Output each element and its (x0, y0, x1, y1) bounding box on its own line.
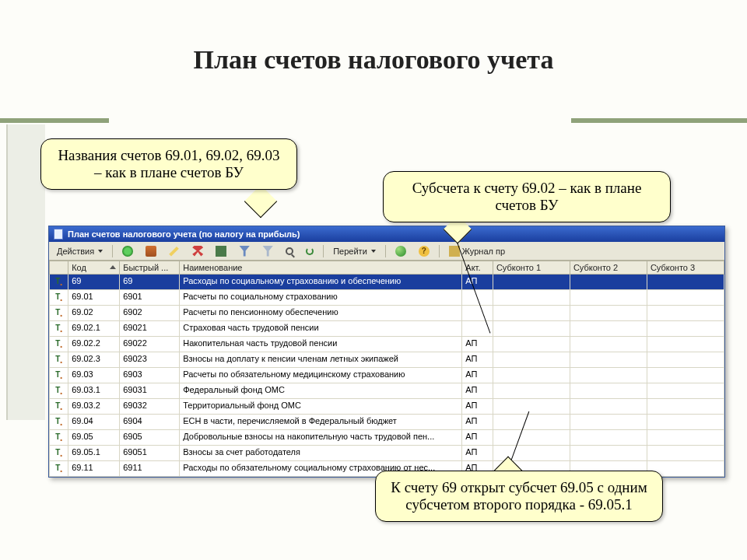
cell-name: Расходы по социальному страхованию и обе… (180, 275, 462, 290)
callout-tail (244, 185, 277, 218)
cell-subkonto1 (493, 399, 570, 415)
cell-name: Расчеты по пенсионному обеспечению (180, 306, 462, 321)
cell-name: Взносы за счет работодателя (180, 446, 462, 461)
cell-name: Страховая часть трудовой пенсии (180, 321, 462, 337)
goto-menu[interactable]: Перейти (330, 246, 379, 257)
cell-subkonto1 (493, 275, 570, 290)
cell-name: ЕСН в части, перечисляемой в Федеральный… (180, 415, 462, 430)
delete-button[interactable] (189, 245, 206, 257)
cell-name: Территориальный фонд ОМС (180, 399, 462, 415)
cell-quick: 69032 (120, 399, 180, 415)
cell-name: Расчеты по обязательному медицинскому ст… (180, 368, 462, 383)
find-button[interactable] (282, 247, 296, 256)
cell-subkonto2 (570, 430, 647, 446)
filter-button[interactable] (236, 245, 253, 257)
table-row[interactable]: T•6969Расходы по социальному страхованию… (50, 275, 724, 290)
cell-active (462, 306, 493, 321)
cell-active: АП (462, 368, 493, 383)
row-icon-cell: T• (50, 275, 68, 290)
row-icon-cell: T• (50, 368, 68, 383)
table-row[interactable]: T•69.016901Расчеты по социальному страхо… (50, 290, 724, 306)
chart-of-accounts-window: План счетов налогового учета (по налогу … (48, 226, 725, 478)
cell-subkonto1 (493, 368, 570, 383)
table-row[interactable]: T•69.05.169051Взносы за счет работодател… (50, 446, 724, 461)
header-icon[interactable] (50, 261, 68, 275)
row-icon-cell: T• (50, 383, 68, 399)
header-code-label: Код (72, 263, 86, 272)
list-button[interactable] (142, 245, 160, 257)
toolbar-separator (385, 245, 386, 257)
t-account-icon: T• (55, 370, 62, 379)
cell-subkonto3 (647, 383, 724, 399)
cell-subkonto2 (570, 275, 647, 290)
table-row[interactable]: T•69.03.269032Территориальный фонд ОМСАП (50, 399, 724, 415)
t-account-icon: T• (55, 292, 62, 301)
edit-button[interactable] (166, 245, 183, 257)
add-button[interactable] (119, 245, 136, 257)
callout-subaccount-6905: К счету 69 открыт субсчет 69.05 с одним … (375, 471, 663, 522)
cell-quick: 6904 (120, 415, 180, 430)
help-button[interactable]: ? (416, 245, 433, 257)
cell-quick: 6901 (120, 290, 180, 306)
cell-name: Накопительная часть трудовой пенсии (180, 337, 462, 352)
callout-account-names: Названия счетов 69.01, 69.02, 69.03 – ка… (40, 138, 297, 190)
pencil-icon (169, 246, 180, 257)
cell-code: 69.03.1 (68, 383, 120, 399)
callout-subaccounts-6902: Субсчета к счету 69.02 – как в плане сче… (383, 171, 671, 222)
t-account-icon: T• (55, 324, 62, 332)
accounts-grid[interactable]: Код Быстрый ... Наименование Акт. Субкон… (49, 261, 724, 477)
t-account-icon: T• (55, 355, 62, 363)
cell-subkonto3 (647, 306, 724, 321)
cell-subkonto1 (493, 321, 570, 337)
header-subkonto2[interactable]: Субконто 2 (570, 261, 647, 275)
cross-icon (192, 246, 203, 257)
clear-filter-button[interactable] (259, 245, 276, 257)
header-name[interactable]: Наименование (180, 261, 462, 275)
t-account-icon: T• (55, 386, 62, 394)
tree-icon (216, 246, 226, 257)
chevron-down-icon (98, 250, 103, 253)
table-row[interactable]: T•69.03.169031Федеральный фонд ОМСАП (50, 383, 724, 399)
cell-active: АП (462, 383, 493, 399)
cell-quick: 69 (120, 275, 180, 290)
cell-code: 69.02.2 (68, 337, 120, 352)
cell-subkonto2 (570, 352, 647, 368)
table-row[interactable]: T•69.046904ЕСН в части, перечисляемой в … (50, 415, 724, 430)
cell-subkonto3 (647, 321, 724, 337)
t-account-icon: T• (55, 401, 62, 410)
refresh-icon (306, 247, 314, 255)
table-row[interactable]: T•69.02.269022Накопительная часть трудов… (50, 337, 724, 352)
cell-code: 69.01 (68, 290, 120, 306)
table-row[interactable]: T•69.036903Расчеты по обязательному меди… (50, 368, 724, 383)
header-subkonto1[interactable]: Субконто 1 (493, 261, 570, 275)
cell-subkonto3 (647, 275, 724, 290)
accent-bar-left (0, 118, 109, 123)
actions-menu[interactable]: Действия (54, 246, 106, 257)
cell-subkonto1 (493, 290, 570, 306)
cell-subkonto2 (570, 337, 647, 352)
hierarchy-button[interactable] (212, 245, 230, 257)
table-row[interactable]: T•69.056905Добровольные взносы на накопи… (50, 430, 724, 446)
window-titlebar[interactable]: План счетов налогового учета (по налогу … (49, 226, 724, 242)
cell-subkonto3 (647, 368, 724, 383)
header-subkonto3[interactable]: Субконто 3 (647, 261, 724, 275)
cell-active: АП (462, 352, 493, 368)
header-code[interactable]: Код (68, 261, 120, 275)
journal-label: Журнал пр (462, 247, 505, 256)
cell-subkonto2 (570, 399, 647, 415)
row-icon-cell: T• (50, 321, 68, 337)
run-button[interactable] (392, 245, 409, 257)
refresh-button[interactable] (303, 247, 317, 256)
row-icon-cell: T• (50, 399, 68, 415)
journal-button[interactable]: Журнал пр (446, 245, 508, 257)
cell-code: 69.04 (68, 415, 120, 430)
cell-subkonto1 (493, 306, 570, 321)
cell-subkonto3 (647, 337, 724, 352)
cell-code: 69.02.3 (68, 352, 120, 368)
cell-code: 69.03.2 (68, 399, 120, 415)
toolbar-separator (323, 245, 324, 257)
table-row[interactable]: T•69.02.369023Взносы на доплату к пенсии… (50, 352, 724, 368)
header-quick[interactable]: Быстрый ... (120, 261, 180, 275)
table-row[interactable]: T•69.02.169021Страховая часть трудовой п… (50, 321, 724, 337)
table-row[interactable]: T•69.026902Расчеты по пенсионному обеспе… (50, 306, 724, 321)
